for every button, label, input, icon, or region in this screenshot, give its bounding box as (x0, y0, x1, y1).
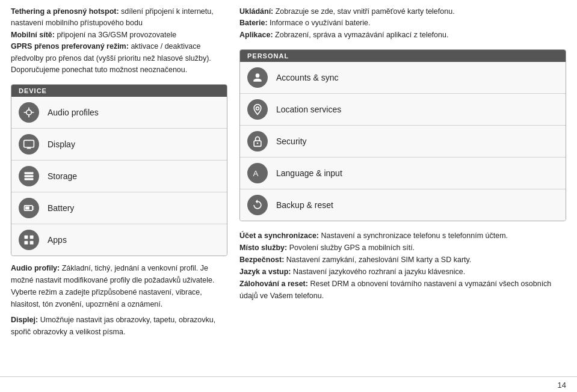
left-column: Tethering a přenosný hotspot: sdílení př… (11, 6, 233, 370)
language-input-icon: A (247, 163, 268, 183)
svg-point-19 (256, 107, 259, 110)
device-item-display-label: Display (48, 139, 75, 149)
svg-rect-14 (25, 207, 29, 210)
svg-point-21 (257, 142, 259, 144)
personal-item-language-input-label: Language & input (276, 168, 342, 178)
left-bottom-text: Audio profily: Základní, tichý, jednání … (11, 262, 227, 338)
svg-rect-10 (25, 179, 34, 180)
svg-rect-18 (30, 241, 34, 245)
svg-rect-5 (24, 141, 34, 148)
svg-rect-9 (25, 176, 34, 177)
audio-profiles-icon (19, 102, 39, 123)
device-item-apps-label: Apps (48, 235, 67, 245)
right-bottom-text: Účet a synchronizace: Nastavení a synchr… (239, 230, 566, 302)
device-item-display[interactable]: Display (11, 129, 227, 161)
device-item-audio-profiles-label: Audio profiles (48, 108, 99, 117)
apps-icon (19, 230, 39, 250)
personal-item-security-label: Security (276, 136, 307, 146)
svg-text:A: A (253, 169, 259, 178)
svg-rect-8 (25, 173, 34, 174)
personal-item-location-services[interactable]: Location services (240, 94, 566, 126)
device-item-storage-label: Storage (48, 171, 77, 181)
storage-icon (19, 166, 39, 186)
device-item-battery-label: Battery (48, 203, 74, 213)
security-icon (247, 131, 268, 152)
personal-panel-header: PERSONAL (240, 50, 566, 62)
backup-reset-icon (247, 195, 268, 215)
svg-rect-16 (30, 236, 34, 239)
device-item-storage[interactable]: Storage (11, 161, 227, 192)
page-number: 14 (0, 376, 577, 392)
display-icon (19, 134, 39, 155)
personal-item-security[interactable]: Security (240, 126, 566, 158)
svg-rect-17 (25, 241, 28, 245)
personal-panel: PERSONAL Accounts & sync Location servic… (239, 49, 566, 221)
battery-icon (19, 198, 39, 218)
left-top-text: Tethering a přenosný hotspot: sdílení př… (11, 6, 227, 76)
personal-item-backup-reset-label: Backup & reset (276, 200, 333, 210)
svg-point-0 (26, 110, 31, 115)
accounts-sync-icon (247, 67, 268, 88)
personal-item-location-services-label: Location services (276, 105, 341, 114)
device-panel: DEVICE Audio profiles Display (11, 84, 227, 256)
svg-rect-15 (25, 236, 28, 239)
device-item-battery[interactable]: Battery (11, 192, 227, 224)
personal-item-language-input[interactable]: A Language & input (240, 158, 566, 189)
right-column: Ukládání: Zobrazuje se zde, stav vnitří … (233, 6, 566, 370)
location-services-icon (247, 99, 268, 120)
device-panel-header: DEVICE (11, 85, 227, 97)
right-top-text: Ukládání: Zobrazuje se zde, stav vnitří … (239, 6, 566, 41)
personal-item-backup-reset[interactable]: Backup & reset (240, 189, 566, 221)
device-item-apps[interactable]: Apps (11, 224, 227, 256)
personal-item-accounts-sync-label: Accounts & sync (276, 73, 339, 82)
personal-item-accounts-sync[interactable]: Accounts & sync (240, 62, 566, 94)
device-item-audio-profiles[interactable]: Audio profiles (11, 97, 227, 129)
